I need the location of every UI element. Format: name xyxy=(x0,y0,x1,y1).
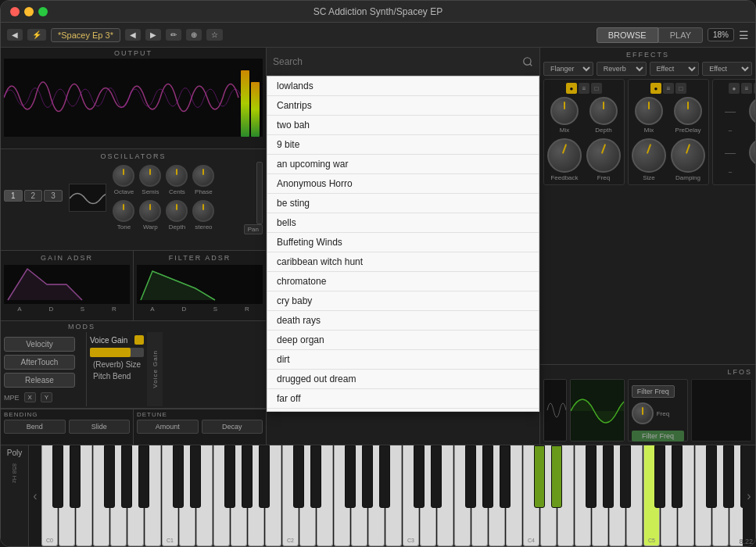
browse-button[interactable]: BROWSE xyxy=(597,27,658,43)
reverb-damping-knob[interactable] xyxy=(671,138,705,173)
tone-knob[interactable] xyxy=(113,200,134,222)
minimize-button[interactable] xyxy=(24,7,34,16)
maximize-button[interactable] xyxy=(38,7,48,16)
black-key-58[interactable] xyxy=(620,445,631,508)
black-key-42[interactable] xyxy=(465,445,476,508)
cents-knob[interactable] xyxy=(166,165,188,187)
zoom-button[interactable]: ⊕ xyxy=(186,29,202,41)
pan-control[interactable]: Pan xyxy=(244,226,263,233)
menu-button[interactable]: ☰ xyxy=(739,29,749,41)
black-key-66[interactable] xyxy=(706,445,717,508)
black-key-20[interactable] xyxy=(242,445,253,508)
close-button[interactable] xyxy=(10,7,20,16)
black-key-70[interactable] xyxy=(740,445,743,508)
velocity-button[interactable]: Velocity xyxy=(4,337,75,352)
reverb-icon-2[interactable]: □ xyxy=(675,83,686,94)
pitch-bend-item[interactable]: Pitch Bend xyxy=(90,370,144,382)
preset-item[interactable]: an upcoming war xyxy=(267,155,539,174)
black-key-8[interactable] xyxy=(121,445,132,508)
osc-tab-3[interactable]: 3 xyxy=(44,190,63,202)
volume-slider[interactable] xyxy=(256,162,263,224)
black-key-13[interactable] xyxy=(173,445,184,508)
piano-right-arrow[interactable]: › xyxy=(743,445,755,546)
bend-button[interactable]: Bend xyxy=(4,420,66,434)
piano-left-arrow[interactable]: ‹ xyxy=(29,445,41,546)
preset-item[interactable]: be sting xyxy=(267,194,539,213)
black-key-15[interactable] xyxy=(190,445,201,508)
release-button[interactable]: Release xyxy=(4,373,75,388)
preset-item[interactable]: bells xyxy=(267,213,539,233)
osc-tab-1[interactable]: 1 xyxy=(4,190,23,202)
black-key-63[interactable] xyxy=(672,445,683,508)
flanger-mix-knob[interactable] xyxy=(550,97,579,125)
stereo-knob[interactable] xyxy=(192,200,214,222)
preset-item[interactable]: Buffeting Winds xyxy=(267,233,539,252)
preset-item[interactable]: chromatone xyxy=(267,272,539,291)
semis-knob[interactable] xyxy=(139,165,161,187)
search-input[interactable] xyxy=(273,56,518,67)
effect3-icon-1[interactable]: ● xyxy=(729,83,740,94)
effect-selector-reverb[interactable]: Reverb xyxy=(597,62,647,76)
preset-item[interactable]: far off xyxy=(267,389,539,409)
black-key-37[interactable] xyxy=(414,445,425,508)
flanger-feedback-knob[interactable] xyxy=(547,138,582,173)
lightning-button[interactable]: ⚡ xyxy=(27,29,46,41)
y-button[interactable]: Y xyxy=(41,392,52,402)
star-button[interactable]: ☆ xyxy=(206,29,223,41)
preset-item[interactable]: cry baby xyxy=(267,291,539,311)
black-key-25[interactable] xyxy=(293,445,304,508)
black-key-68[interactable] xyxy=(723,445,734,508)
flanger-depth-knob[interactable] xyxy=(589,97,618,125)
flanger-freq-knob[interactable] xyxy=(586,138,621,173)
effect-selector-flanger[interactable]: Flanger xyxy=(543,62,593,76)
preset-item[interactable]: FireFly xyxy=(267,409,539,412)
aftertouch-button[interactable]: AfterTouch xyxy=(4,355,75,370)
reverb-power-icon[interactable]: ● xyxy=(650,83,661,94)
voice-gain-bar[interactable] xyxy=(90,348,144,357)
lfo-filter-freq-button[interactable]: Filter Freq xyxy=(632,385,675,398)
osc-tab-2[interactable]: 2 xyxy=(24,190,43,202)
black-key-44[interactable] xyxy=(482,445,493,508)
black-key-3[interactable] xyxy=(70,445,81,508)
black-key-22[interactable] xyxy=(259,445,270,508)
reverb-icon-1[interactable]: ≡ xyxy=(663,83,674,94)
preset-item[interactable]: lowlands xyxy=(267,77,539,96)
black-key-32[interactable] xyxy=(362,445,373,508)
black-key-56[interactable] xyxy=(603,445,614,508)
depth-knob[interactable] xyxy=(166,200,188,222)
effect-selector-3[interactable]: Effect xyxy=(650,62,700,76)
effect3-knob-4[interactable] xyxy=(749,138,755,166)
reverb-mix-knob[interactable] xyxy=(635,97,663,125)
edit-button[interactable]: ✏ xyxy=(166,29,181,41)
reverb-size-knob[interactable] xyxy=(632,138,666,173)
black-key-34[interactable] xyxy=(379,445,390,508)
black-key-6[interactable] xyxy=(104,445,115,508)
lfo-filter-freq-target[interactable]: Filter Freq xyxy=(632,431,685,442)
preset-item[interactable]: deep organ xyxy=(267,331,539,350)
flanger-icon-2[interactable]: □ xyxy=(591,83,602,94)
effect-selector-4[interactable]: Effect xyxy=(702,62,752,76)
preset-item[interactable]: death rays xyxy=(267,311,539,331)
black-key-1[interactable] xyxy=(52,445,63,508)
effect3-knob-2[interactable] xyxy=(749,97,755,125)
preset-item[interactable]: Cantrips xyxy=(267,96,539,116)
black-key-49[interactable] xyxy=(534,445,545,508)
preset-item[interactable]: Anonymous Horro xyxy=(267,174,539,194)
effect3-icon-2[interactable]: ≡ xyxy=(741,83,752,94)
preset-item[interactable]: caribbean witch hunt xyxy=(267,252,539,272)
back-button[interactable]: ◀ xyxy=(7,29,23,41)
preset-item[interactable]: two bah xyxy=(267,116,539,135)
flanger-icon-1[interactable]: ≡ xyxy=(579,83,589,94)
amount-button[interactable]: Amount xyxy=(137,420,199,434)
reverb-size-item[interactable]: (Reverb) Size xyxy=(90,359,144,370)
black-key-46[interactable] xyxy=(500,445,511,508)
black-key-30[interactable] xyxy=(345,445,356,508)
reverb-predelay-knob[interactable] xyxy=(674,97,702,125)
black-key-18[interactable] xyxy=(224,445,235,508)
flanger-power-icon[interactable]: ● xyxy=(566,83,577,94)
black-key-27[interactable] xyxy=(310,445,321,508)
preset-name[interactable]: *Spacey Ep 3* xyxy=(51,28,120,42)
black-key-61[interactable] xyxy=(654,445,665,508)
x-button[interactable]: X xyxy=(24,392,36,402)
black-key-10[interactable] xyxy=(138,445,149,508)
